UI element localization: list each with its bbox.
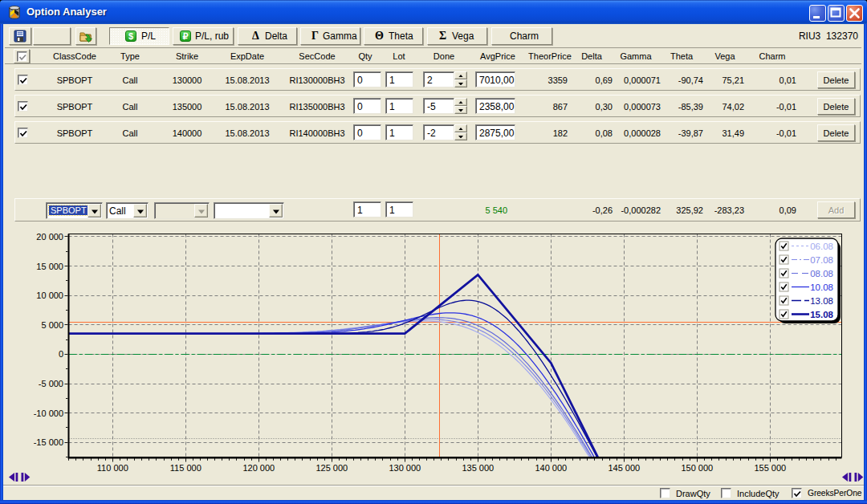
svg-text:07.08: 07.08 (810, 255, 833, 265)
svg-text:140 000: 140 000 (535, 463, 567, 473)
svg-text:10 000: 10 000 (36, 291, 63, 300)
svg-text:130 000: 130 000 (389, 463, 421, 473)
svg-text:155 000: 155 000 (754, 463, 786, 473)
svg-text:110 000: 110 000 (97, 463, 128, 473)
svg-text:10.08: 10.08 (810, 282, 833, 292)
svg-text:150 000: 150 000 (681, 463, 713, 473)
svg-text:115 000: 115 000 (170, 463, 201, 473)
svg-text:5 000: 5 000 (41, 320, 63, 330)
svg-text:-10 000: -10 000 (34, 408, 63, 418)
svg-text:08.08: 08.08 (810, 269, 833, 278)
svg-text:-5 000: -5 000 (39, 379, 63, 388)
svg-text:0: 0 (59, 349, 63, 359)
svg-text:15 000: 15 000 (36, 262, 63, 271)
svg-text:145 000: 145 000 (608, 463, 640, 473)
svg-text:-15 000: -15 000 (34, 437, 63, 447)
svg-text:120 000: 120 000 (242, 463, 275, 473)
svg-text:06.08: 06.08 (810, 242, 833, 251)
svg-text:13.08: 13.08 (810, 296, 833, 306)
svg-text:15.08: 15.08 (810, 310, 833, 319)
svg-text:125 000: 125 000 (315, 463, 348, 473)
svg-text:20 000: 20 000 (36, 232, 63, 242)
svg-text:135 000: 135 000 (462, 463, 494, 473)
